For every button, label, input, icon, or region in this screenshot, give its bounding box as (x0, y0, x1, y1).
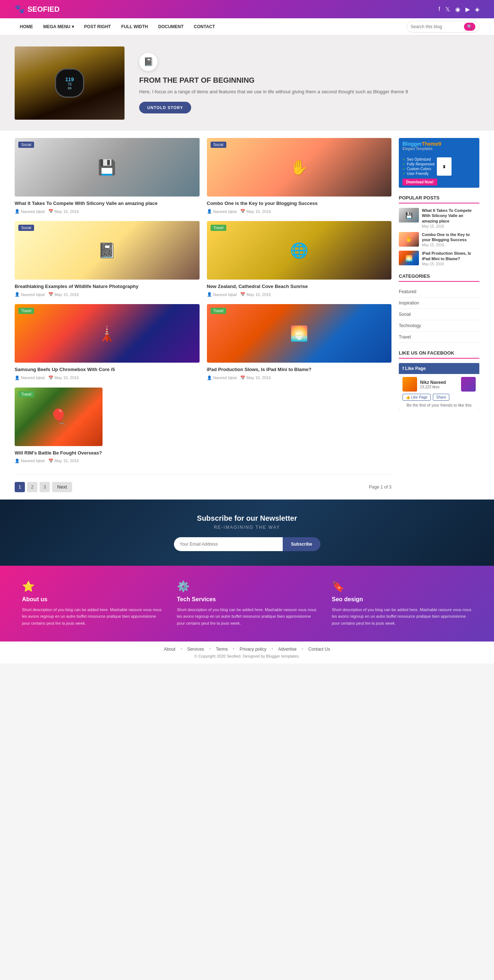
page-3-button[interactable]: 3 (40, 482, 50, 492)
social-icons-group: f 𝕏 ◉ ▶ ◈ (439, 6, 480, 13)
post-date: 📅 May 15, 2016 (48, 375, 79, 380)
footer-link-contact[interactable]: Contact Us (308, 647, 330, 652)
popular-info: iPad Production Slows, Is iPad Mini to B… (422, 251, 480, 266)
popular-post-item[interactable]: 💾 What It Takes To Compete With Silicony… (399, 208, 480, 228)
facebook-icon[interactable]: f (439, 6, 440, 13)
post-author: 👤 Naveed Iqbal (207, 209, 237, 214)
nav-contact[interactable]: CONTACT (189, 18, 220, 35)
instagram-icon[interactable]: ◉ (455, 6, 460, 13)
sidebar-ad[interactable]: BloggerTheme9 Elegant Templates ✔ Seo Op… (399, 138, 480, 188)
post-thumbnail: Travel 🌐 (207, 221, 392, 280)
fb-header-text: f Like Page (402, 366, 425, 371)
category-technology[interactable]: Technology (399, 320, 480, 331)
ad-feature: ✔ Fully Responsive (402, 162, 435, 166)
popular-info: Combo One is the Key to your Blogging Su… (422, 232, 480, 247)
last-post-row: Travel 🎈 Will RIM's Battle Be Fought Ove… (14, 388, 392, 463)
post-card[interactable]: Social 📓 Breathtaking Examples of Wildli… (14, 221, 199, 297)
categories-title: CATEGORIES (399, 274, 480, 282)
footer-link-terms[interactable]: Terms (216, 647, 228, 652)
post-meta: 👤 Naveed Iqbal 📅 May 15, 2016 (14, 209, 199, 214)
post-title: What It Takes To Compete With Silicony V… (14, 200, 199, 207)
page-2-button[interactable]: 2 (27, 482, 37, 492)
site-logo[interactable]: 🐾 SEOFIED (14, 5, 60, 14)
post-thumbnail: Social 📓 (14, 221, 199, 280)
post-card[interactable]: Travel 🗼 Samsung Beefs Up Chromebox With… (14, 304, 199, 380)
newsletter-form: Subscribe (174, 537, 320, 551)
post-thumbnail: Travel 🎈 (14, 388, 102, 446)
nav-home[interactable]: HOME (14, 18, 38, 35)
popular-thumb: 🌅 (399, 251, 419, 265)
category-featured[interactable]: Featured (399, 286, 480, 298)
rss-icon[interactable]: ◈ (475, 6, 480, 13)
ad-feature: ✔ User Friendly (402, 172, 435, 176)
fb-like-button[interactable]: 👍 Like Page (402, 394, 431, 401)
post-card[interactable]: Travel 🌅 iPad Production Slows, Is iPad … (207, 304, 392, 380)
hero-cta-button[interactable]: UNTOLD STORY (139, 102, 191, 113)
footer-sep: • (272, 647, 273, 652)
footer-copyright: © Copyright 2020 Seofied. Designed by Bl… (14, 654, 480, 658)
footer-bottom: About • Services • Terms • Privacy polic… (0, 641, 494, 663)
footer-sep: • (180, 647, 182, 652)
site-header: 🐾 SEOFIED f 𝕏 ◉ ▶ ◈ (0, 0, 494, 18)
newsletter-title: Subscribe for our Newsletter (14, 514, 480, 523)
footer-col-seo: 🔖 Seo design Short description of you bl… (332, 581, 472, 627)
page-info: Page 1 of 3 (369, 485, 392, 490)
footer-link-about[interactable]: About (164, 647, 175, 652)
footer-tech-desc: Short description of you blog can be add… (177, 606, 317, 627)
post-tag: Travel (18, 391, 34, 398)
footer-link-advertise[interactable]: Advertise (278, 647, 296, 652)
pagination: 1 2 3 Next Page 1 of 3 (14, 474, 392, 492)
category-social[interactable]: Social (399, 309, 480, 320)
footer-sep: • (209, 647, 210, 652)
category-travel[interactable]: Travel (399, 331, 480, 343)
thumb-icon: 🌐 (207, 221, 392, 280)
search-button[interactable]: 🔍 (464, 23, 475, 31)
nav-mega-menu[interactable]: MEGA MENU ▾ (38, 18, 79, 35)
ad-body: ✔ Seo Optimized ✔ Fully Responsive ✔ Cus… (399, 154, 480, 188)
ad-blogger: Blogger (402, 141, 422, 147)
newsletter-section: Subscribe for our Newsletter RE-IMAGININ… (0, 500, 494, 566)
youtube-icon[interactable]: ▶ (465, 6, 470, 13)
next-page-button[interactable]: Next (52, 482, 72, 492)
popular-post-item[interactable]: 🌅 iPad Production Slows, Is iPad Mini to… (399, 251, 480, 266)
nav-post-right[interactable]: POST RIGHT (79, 18, 116, 35)
page-1-button[interactable]: 1 (14, 482, 25, 492)
search-input[interactable] (411, 24, 462, 29)
newsletter-email-input[interactable] (174, 537, 283, 551)
footer-link-privacy[interactable]: Privacy policy (239, 647, 266, 652)
popular-posts-title: POPULAR POSTS (399, 195, 480, 204)
popular-posts-section: POPULAR POSTS 💾 What It Takes To Compete… (399, 195, 480, 266)
main-container: Social 💾 What It Takes To Compete With S… (0, 130, 494, 500)
post-date: 📅 May 15, 2016 (240, 292, 271, 297)
sidebar: BloggerTheme9 Elegant Templates ✔ Seo Op… (399, 138, 480, 492)
post-title: Samsung Beefs Up Chromebox With Core i5 (14, 366, 199, 373)
post-card[interactable]: Travel 🌐 New Zealand, Cathedral Cove Bea… (207, 221, 392, 297)
post-card[interactable]: Social 💾 What It Takes To Compete With S… (14, 138, 199, 214)
newsletter-subscribe-button[interactable]: Subscribe (283, 537, 320, 551)
footer-seo-desc: Short description of you blog can be add… (332, 606, 472, 627)
category-inspiration[interactable]: Inspiration (399, 298, 480, 309)
post-tag: Travel (210, 225, 226, 231)
fb-share-button[interactable]: Share (433, 394, 449, 401)
nav-document[interactable]: DOCUMENT (153, 18, 189, 35)
ad-feature: ✔ Seo Optimized (402, 158, 435, 161)
hero-image: 119 76 99 (14, 46, 124, 120)
footer-link-services[interactable]: Services (187, 647, 204, 652)
nav-full-width[interactable]: FULL WIDTH (116, 18, 153, 35)
post-date: 📅 May 15, 2016 (48, 292, 79, 297)
fb-cta: Be the first of your friends to like thi… (402, 401, 476, 407)
thumb-icon: 📓 (14, 221, 199, 280)
popular-thumb: ✋ (399, 232, 419, 247)
popular-post-date: May 15, 2016 (422, 224, 480, 228)
post-card[interactable]: Travel 🎈 Will RIM's Battle Be Fought Ove… (14, 388, 102, 463)
post-card[interactable]: Social ✋ Combo One is the Key to your Bl… (207, 138, 392, 214)
post-author: 👤 Naveed Iqbal (207, 375, 237, 380)
ad-download-button[interactable]: Download Now! (402, 178, 437, 186)
ad-theme: Theme9 (422, 141, 441, 147)
ad-feature: ✔ Custom Colors (402, 167, 435, 171)
post-title: iPad Production Slows, Is iPad Mini to B… (207, 366, 392, 373)
twitter-icon[interactable]: 𝕏 (445, 6, 450, 13)
footer-seo-title: Seo design (332, 596, 472, 603)
popular-post-item[interactable]: ✋ Combo One is the Key to your Blogging … (399, 232, 480, 247)
post-date: 📅 May 15, 2016 (48, 458, 79, 463)
